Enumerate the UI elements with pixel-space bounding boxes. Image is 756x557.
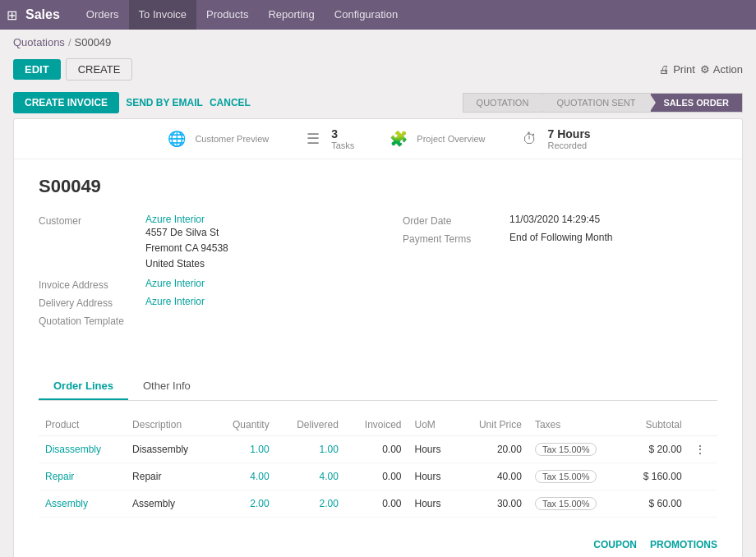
- status-bar: QUOTATION QUOTATION SENT SALES ORDER: [463, 93, 743, 113]
- payment-terms-value: End of Following Month: [509, 232, 612, 243]
- status-quotation-sent[interactable]: QUOTATION SENT: [542, 93, 649, 113]
- row2-menu[interactable]: [689, 463, 717, 490]
- breadcrumb-current: S00049: [75, 36, 112, 48]
- col-header-actions: [689, 414, 717, 436]
- action-bar: EDIT CREATE 🖨 Print ⚙ Action: [0, 55, 756, 87]
- quotation-template-field-row: Quotation Template: [39, 314, 353, 327]
- stat-project-overview[interactable]: 🧩 Project Overview: [387, 127, 485, 150]
- invoice-address-link[interactable]: Azure Interior: [145, 278, 205, 289]
- coupon-button[interactable]: COUPON: [593, 539, 637, 550]
- tasks-icon: ☰: [302, 127, 325, 150]
- row1-unit-price: 20.00: [458, 435, 528, 463]
- row2-subtotal: $ 160.00: [623, 463, 688, 490]
- row1-invoiced: 0.00: [345, 435, 408, 463]
- main-content-area: 🌐 Customer Preview ☰ 3 Tasks 🧩 Project O…: [13, 118, 743, 557]
- row1-uom: Hours: [408, 435, 459, 463]
- tabs-row: Order Lines Other Info: [39, 373, 717, 401]
- row3-uom: Hours: [408, 490, 459, 517]
- row1-product[interactable]: Disassembly: [39, 435, 126, 463]
- create-button[interactable]: CREATE: [66, 58, 133, 81]
- order-date-field-row: Order Date 11/03/2020 14:29:45: [403, 214, 717, 227]
- col-header-uom: UoM: [408, 414, 459, 436]
- customer-label: Customer: [39, 214, 145, 227]
- nav-configuration[interactable]: Configuration: [325, 0, 408, 30]
- order-number: S00049: [39, 176, 717, 197]
- invoice-address-field-row: Invoice Address Azure Interior: [39, 278, 353, 291]
- row2-product[interactable]: Repair: [39, 463, 126, 490]
- table-row: Repair Repair 4.00 4.00 0.00 Hours 40.00…: [39, 463, 717, 490]
- app-name: Sales: [25, 7, 60, 22]
- cancel-button[interactable]: CANCEL: [210, 97, 251, 108]
- promotions-button[interactable]: PROMOTIONS: [650, 539, 717, 550]
- row2-delivered[interactable]: 4.00: [276, 463, 345, 490]
- create-invoice-button[interactable]: CREATE INVOICE: [13, 92, 119, 113]
- row1-menu[interactable]: ⋮: [689, 435, 717, 463]
- col-header-taxes: Taxes: [528, 414, 623, 436]
- action-button[interactable]: ⚙ Action: [700, 63, 743, 76]
- order-date-value: 11/03/2020 14:29:45: [509, 214, 600, 225]
- col-header-delivered: Delivered: [276, 414, 345, 436]
- row3-menu[interactable]: [689, 490, 717, 517]
- customer-field-row: Customer Azure Interior 4557 De Silva St…: [39, 214, 353, 273]
- row2-quantity[interactable]: 4.00: [213, 463, 276, 490]
- payment-terms-field-row: Payment Terms End of Following Month: [403, 232, 717, 245]
- breadcrumb: Quotations / S00049: [0, 30, 756, 55]
- order-date-label: Order Date: [403, 214, 509, 227]
- edit-button[interactable]: EDIT: [13, 59, 61, 80]
- quotation-template-label: Quotation Template: [39, 314, 145, 327]
- row1-tax: Tax 15.00%: [528, 435, 623, 463]
- stat-customer-preview[interactable]: 🌐 Customer Preview: [165, 127, 269, 150]
- table-row: Assembly Assembly 2.00 2.00 0.00 Hours 3…: [39, 490, 717, 517]
- row3-quantity[interactable]: 2.00: [213, 490, 276, 517]
- breadcrumb-separator: /: [68, 36, 71, 48]
- row3-delivered[interactable]: 2.00: [276, 490, 345, 517]
- row1-delivered[interactable]: 1.00: [276, 435, 345, 463]
- bottom-area: COUPON PROMOTIONS Untaxed Amount: $ 240.…: [14, 531, 742, 557]
- row1-subtotal: $ 20.00: [623, 435, 688, 463]
- col-header-product: Product: [39, 414, 126, 436]
- send-by-email-button[interactable]: SEND BY EMAIL: [126, 97, 203, 108]
- order-lines-area: Product Description Quantity Delivered I…: [14, 401, 742, 531]
- nav-to-invoice[interactable]: To Invoice: [129, 0, 197, 30]
- row3-unit-price: 30.00: [458, 490, 528, 517]
- tab-other-info[interactable]: Other Info: [128, 373, 205, 400]
- col-header-description: Description: [126, 414, 213, 436]
- coupon-row: COUPON PROMOTIONS: [39, 539, 717, 550]
- status-sales-order[interactable]: SALES ORDER: [650, 93, 743, 113]
- row1-quantity[interactable]: 1.00: [213, 435, 276, 463]
- stat-hours-recorded[interactable]: ⏱ 7 Hours Recorded: [519, 127, 591, 150]
- row2-invoiced: 0.00: [345, 463, 408, 490]
- order-lines-table: Product Description Quantity Delivered I…: [39, 414, 717, 518]
- payment-terms-label: Payment Terms: [403, 232, 509, 245]
- status-quotation[interactable]: QUOTATION: [463, 93, 543, 113]
- row2-tax: Tax 15.00%: [528, 463, 623, 490]
- row3-product[interactable]: Assembly: [39, 490, 126, 517]
- delivery-address-label: Delivery Address: [39, 296, 145, 309]
- row3-subtotal: $ 60.00: [623, 490, 688, 517]
- sub-action-bar: CREATE INVOICE SEND BY EMAIL CANCEL QUOT…: [0, 87, 756, 118]
- breadcrumb-parent[interactable]: Quotations: [13, 36, 65, 48]
- printer-icon: 🖨: [659, 63, 670, 76]
- table-row: Disassembly Disassembly 1.00 1.00 0.00 H…: [39, 435, 717, 463]
- customer-link[interactable]: Azure Interior: [145, 214, 205, 225]
- nav-products[interactable]: Products: [196, 0, 258, 30]
- tab-order-lines[interactable]: Order Lines: [39, 373, 128, 400]
- col-header-unit-price: Unit Price: [458, 414, 528, 436]
- col-header-subtotal: Subtotal: [623, 414, 688, 436]
- row2-unit-price: 40.00: [458, 463, 528, 490]
- gear-icon: ⚙: [700, 63, 710, 76]
- stats-row: 🌐 Customer Preview ☰ 3 Tasks 🧩 Project O…: [14, 119, 742, 159]
- form-left-col: Customer Azure Interior 4557 De Silva St…: [39, 214, 353, 332]
- customer-preview-icon: 🌐: [165, 127, 188, 150]
- row1-description: Disassembly: [126, 435, 213, 463]
- row3-invoiced: 0.00: [345, 490, 408, 517]
- row2-description: Repair: [126, 463, 213, 490]
- app-grid-icon[interactable]: ⊞: [7, 7, 17, 23]
- stat-tasks[interactable]: ☰ 3 Tasks: [302, 127, 354, 150]
- invoice-address-value: Azure Interior: [145, 278, 205, 289]
- hours-recorded-icon: ⏱: [519, 127, 542, 150]
- print-button[interactable]: 🖨 Print: [659, 63, 695, 76]
- nav-orders[interactable]: Orders: [76, 0, 129, 30]
- delivery-address-link[interactable]: Azure Interior: [145, 296, 205, 307]
- nav-reporting[interactable]: Reporting: [258, 0, 324, 30]
